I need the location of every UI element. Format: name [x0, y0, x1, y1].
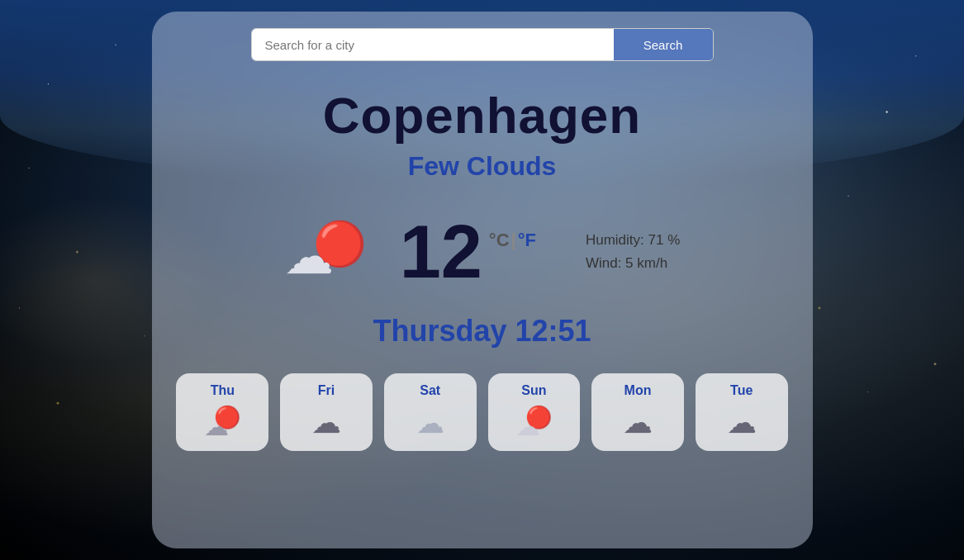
forecast-icon-sun: 🔴 ☁: [515, 405, 552, 441]
weather-stats: Humidity: 71 % Wind: 5 km/h: [586, 232, 680, 272]
celsius-unit[interactable]: °C: [489, 228, 510, 254]
temperature-value: 12: [400, 215, 482, 289]
forecast-day-tue: Tue: [730, 383, 753, 398]
forecast-icon-thu: 🔴 ☁: [204, 405, 240, 441]
weather-main-section: 🔴 ☁ 12 °C | °F Humidity: 71 % Wind: 5 km…: [152, 215, 813, 289]
fahrenheit-unit[interactable]: °F: [518, 228, 536, 254]
unit-separator: |: [511, 228, 516, 254]
forecast-icon-mon: ☁: [623, 405, 653, 441]
forecast-icon-tue: ☁: [727, 405, 757, 441]
fc-cloud-sat: ☁: [416, 406, 444, 439]
city-name: Copenhagen: [323, 86, 641, 145]
weather-condition: Few Clouds: [408, 151, 557, 182]
forecast-day-sun: Sun: [521, 383, 546, 398]
forecast-day-mon: Mon: [624, 383, 652, 398]
forecast-sun: Sun 🔴 ☁: [488, 373, 581, 451]
forecast-icon-sat: ☁: [416, 405, 444, 441]
fc-cloud-thu: ☁: [204, 412, 229, 441]
search-input[interactable]: [252, 29, 614, 60]
weather-card: Search Copenhagen Few Clouds 🔴 ☁ 12 °C |…: [152, 12, 813, 548]
fc-cloud-sun: ☁: [515, 412, 540, 441]
datetime-display: Thursday 12:51: [373, 314, 591, 349]
fc-cloud-tue: ☁: [727, 406, 757, 440]
wind-stat: Wind: 5 km/h: [586, 255, 680, 272]
forecast-row: Thu 🔴 ☁ Fri ☁ Sat ☁ Sun: [152, 373, 813, 451]
fc-cloud-dark-fri: ☁: [311, 406, 341, 440]
temperature-block: 12 °C | °F: [400, 215, 536, 289]
forecast-thu: Thu 🔴 ☁: [176, 373, 268, 451]
forecast-tue: Tue ☁: [696, 373, 788, 451]
fc-cloud-mon: ☁: [623, 406, 653, 440]
forecast-day-thu: Thu: [211, 383, 235, 398]
temperature-units: °C | °F: [489, 228, 536, 254]
forecast-icon-fri: ☁: [311, 405, 341, 441]
cloud-icon: ☁: [284, 227, 334, 285]
forecast-day-sat: Sat: [420, 383, 440, 398]
forecast-mon: Mon ☁: [591, 373, 684, 451]
forecast-sat: Sat ☁: [384, 373, 477, 451]
forecast-day-fri: Fri: [318, 383, 335, 398]
search-bar: Search: [251, 28, 714, 61]
weather-icon-large: 🔴 ☁: [284, 219, 375, 285]
search-button[interactable]: Search: [614, 29, 713, 60]
humidity-stat: Humidity: 71 %: [586, 232, 680, 249]
forecast-fri: Fri ☁: [280, 373, 373, 451]
